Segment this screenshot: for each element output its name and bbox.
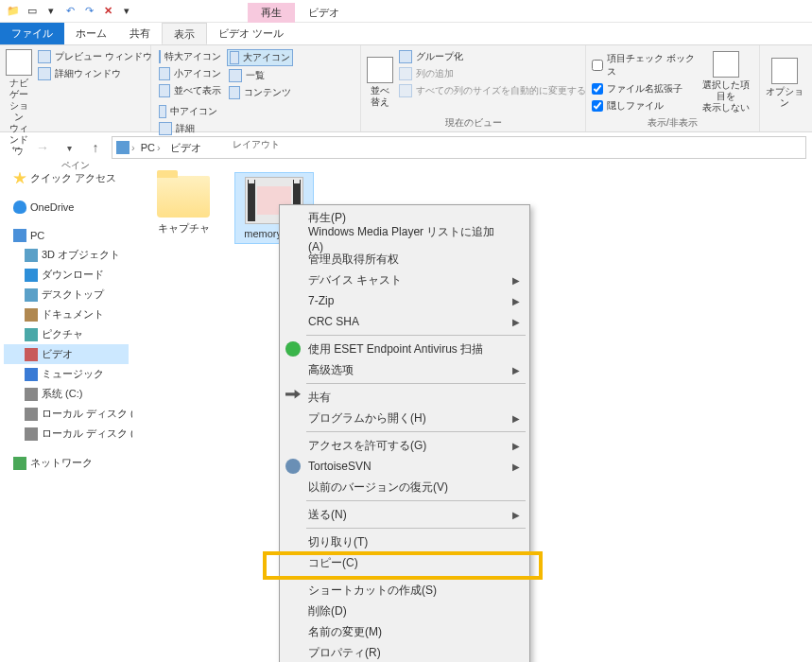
layout-l[interactable]: 大アイコン bbox=[227, 49, 293, 66]
tree-3d[interactable]: 3D オブジェクト bbox=[4, 245, 129, 265]
menu-sendto[interactable]: 送る(N)▶ bbox=[282, 504, 527, 525]
layout-content[interactable]: コンテンツ bbox=[227, 85, 293, 100]
preview-pane-button[interactable]: プレビュー ウィンドウ bbox=[36, 49, 154, 64]
obj3d-icon bbox=[25, 249, 38, 262]
menu-admin-take[interactable]: 管理员取得所有权 bbox=[282, 249, 527, 270]
ribbon-group-showhide: 項目チェック ボックス ファイル名拡張子 隠しファイル 選択した項目を 表示しな… bbox=[586, 45, 760, 131]
det-icon bbox=[159, 122, 172, 135]
layout-s[interactable]: 小アイコン bbox=[157, 66, 223, 81]
bc-pc[interactable]: PC› bbox=[137, 140, 164, 155]
menu-properties[interactable]: プロパティ(R) bbox=[282, 642, 527, 662]
details-pane-button[interactable]: 詳細ウィンドウ bbox=[36, 66, 154, 81]
s-icon bbox=[159, 67, 170, 80]
hide-selected-button[interactable]: 選択した項目を 表示しない bbox=[700, 49, 753, 114]
star-icon bbox=[13, 172, 26, 185]
desktop-icon bbox=[25, 288, 38, 302]
tab-home[interactable]: ホーム bbox=[64, 23, 118, 44]
group-by-button[interactable]: グループ化 bbox=[397, 49, 588, 64]
sort-button[interactable]: 並べ替え bbox=[367, 49, 393, 114]
tree-video[interactable]: ビデオ bbox=[4, 344, 129, 364]
tree-dl[interactable]: ダウンロード bbox=[4, 265, 129, 285]
breadcrumb[interactable]: › PC› ビデオ bbox=[112, 136, 806, 159]
content-icon bbox=[229, 86, 240, 99]
tree-onedrive[interactable]: OneDrive bbox=[4, 198, 129, 217]
drive-icon bbox=[25, 388, 38, 401]
tab-videotools[interactable]: ビデオ ツール bbox=[207, 23, 295, 44]
menu-shortcut[interactable]: ショートカットの作成(S) bbox=[282, 580, 527, 601]
chevron-right-icon: ▶ bbox=[512, 462, 520, 472]
menu-share[interactable]: 共有 bbox=[282, 387, 527, 408]
delete-qat-button[interactable]: ✕ bbox=[100, 4, 115, 19]
qat-more-icon[interactable]: ▾ bbox=[119, 4, 134, 19]
layout-tile[interactable]: 並べて表示 bbox=[157, 83, 223, 98]
menu-wmp-add[interactable]: Windows Media Player リストに追加(A) bbox=[282, 228, 527, 249]
layout-xl[interactable]: 特大アイコン bbox=[157, 49, 223, 64]
context-tab-video: ビデオ bbox=[295, 3, 353, 23]
menu-restore[interactable]: 以前のバージョンの復元(V) bbox=[282, 477, 527, 497]
tree-network[interactable]: ネットワーク bbox=[4, 453, 129, 473]
options-button[interactable]: オプション bbox=[766, 49, 803, 117]
m-icon bbox=[159, 105, 166, 118]
menu-copy[interactable]: コピー(C) bbox=[282, 552, 527, 573]
file-folder-capture[interactable]: キャプチャ bbox=[144, 172, 223, 239]
tree-pc[interactable]: PC bbox=[4, 226, 129, 245]
menu-cast[interactable]: デバイス キャスト▶ bbox=[282, 270, 527, 290]
nav-pane-icon bbox=[6, 49, 32, 76]
history-button[interactable]: ▾ bbox=[59, 137, 79, 158]
tree-doc[interactable]: ドキュメント bbox=[4, 305, 129, 324]
tree-music[interactable]: ミュージック bbox=[4, 364, 129, 384]
tab-view[interactable]: 表示 bbox=[162, 23, 207, 44]
context-tab-playback: 再生 bbox=[248, 3, 295, 23]
network-icon bbox=[13, 457, 26, 470]
drive-icon bbox=[25, 408, 38, 421]
menu-access[interactable]: アクセスを許可する(G)▶ bbox=[282, 435, 527, 456]
layout-m[interactable]: 中アイコン bbox=[157, 104, 219, 119]
tree-desktop[interactable]: デスクトップ bbox=[4, 285, 129, 305]
menu-crcsha[interactable]: CRC SHA▶ bbox=[282, 311, 527, 332]
fit-cols-button: すべての列のサイズを自動的に変更する bbox=[397, 83, 588, 98]
preview-pane-icon bbox=[38, 50, 51, 63]
tree-quick[interactable]: クイック アクセス bbox=[4, 168, 129, 188]
context-menu: 再生(P) Windows Media Player リストに追加(A) 管理员… bbox=[279, 204, 530, 662]
tree-c[interactable]: 系统 (C:) bbox=[4, 384, 129, 404]
up-button[interactable]: ↑ bbox=[85, 137, 106, 158]
menu-eset[interactable]: 使用 ESET Endpoint Antivirus 扫描 bbox=[282, 339, 527, 359]
chk-hidden[interactable]: 隠しファイル bbox=[592, 98, 696, 113]
menu-7zip[interactable]: 7-Zip▶ bbox=[282, 290, 527, 311]
l-icon bbox=[230, 51, 239, 64]
chk-itemcheckbox[interactable]: 項目チェック ボックス bbox=[592, 51, 696, 79]
folder-icon bbox=[157, 176, 210, 218]
bc-video[interactable]: ビデオ bbox=[166, 139, 205, 157]
chevron-right-icon: ▶ bbox=[512, 510, 520, 520]
redo-button[interactable]: ↷ bbox=[81, 4, 96, 19]
menu-cut[interactable]: 切り取り(T) bbox=[282, 531, 527, 552]
list-icon bbox=[229, 69, 242, 82]
menu-openwith[interactable]: プログラムから開く(H)▶ bbox=[282, 408, 527, 428]
back-button[interactable]: ← bbox=[6, 137, 26, 158]
layout-list[interactable]: 一覧 bbox=[227, 68, 293, 83]
eset-icon bbox=[285, 341, 301, 357]
layout-detail[interactable]: 詳細 bbox=[157, 121, 219, 136]
details-pane-icon bbox=[38, 67, 51, 80]
chk-extensions[interactable]: ファイル名拡張子 bbox=[592, 81, 696, 96]
drive-icon bbox=[25, 427, 38, 441]
tree-e[interactable]: ローカル ディスク (E:) bbox=[4, 424, 129, 444]
quick-access-toolbar: 📁 ▭ ▾ ↶ ↷ ✕ ▾ bbox=[0, 4, 134, 19]
menu-delete[interactable]: 削除(D) bbox=[282, 601, 527, 621]
tree-d[interactable]: ローカル ディスク (D:) bbox=[4, 404, 129, 424]
pin-icon[interactable]: ▾ bbox=[43, 4, 59, 19]
menu-rename[interactable]: 名前の変更(M) bbox=[282, 621, 527, 642]
undo-button[interactable]: ↶ bbox=[62, 4, 78, 19]
document-icon[interactable]: ▭ bbox=[25, 4, 40, 19]
video-icon bbox=[25, 348, 38, 361]
tab-file[interactable]: ファイル bbox=[0, 23, 64, 44]
doc-icon bbox=[25, 308, 38, 322]
tab-share[interactable]: 共有 bbox=[118, 23, 162, 44]
add-col-button: 列の追加 bbox=[397, 66, 588, 81]
ribbon: ナビゲーション ウィンドウ プレビュー ウィンドウ 詳細ウィンドウ ペイン 特大… bbox=[0, 45, 812, 132]
menu-svn[interactable]: TortoiseSVN▶ bbox=[282, 456, 527, 477]
ribbon-group-currentview: 並べ替え グループ化 列の追加 すべての列のサイズを自動的に変更する 現在のビュ… bbox=[361, 45, 586, 131]
pc-small-icon bbox=[13, 229, 26, 242]
tree-pic[interactable]: ピクチャ bbox=[4, 324, 129, 344]
menu-advanced[interactable]: 高级选项▶ bbox=[282, 359, 527, 380]
